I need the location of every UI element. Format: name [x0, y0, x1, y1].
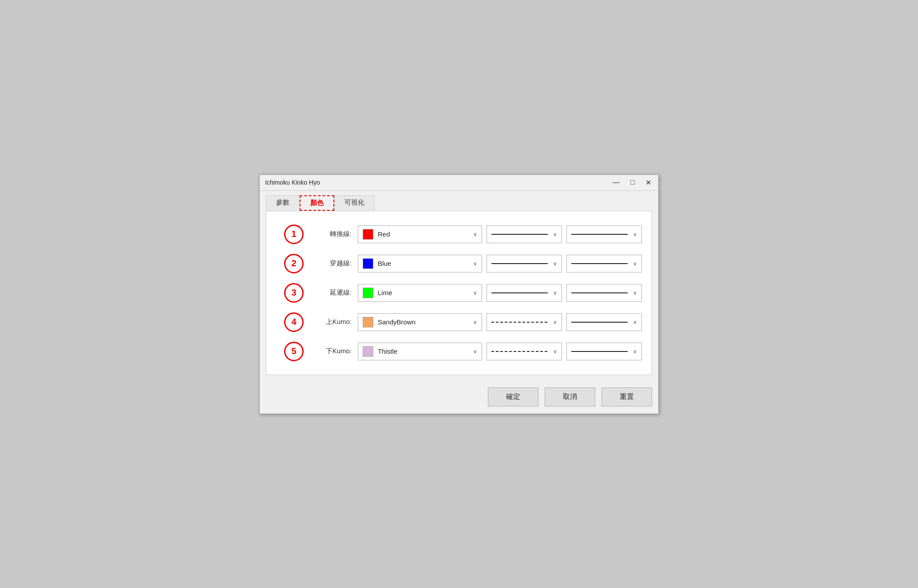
color-arrow-3: ∨	[473, 290, 477, 296]
circle-5: 5	[284, 342, 304, 361]
circle-4: 4	[284, 312, 304, 332]
line-width-5	[571, 351, 628, 352]
color-arrow-2: ∨	[473, 260, 477, 267]
cancel-button[interactable]: 取消	[545, 387, 595, 406]
style-arrow-2a: ∨	[553, 260, 557, 267]
style-arrow-2b: ∨	[633, 260, 637, 267]
row-4: 4 上Kumo: SandyBrown ∨ ∨ ∨	[284, 312, 634, 332]
tab-color[interactable]: 顏色	[300, 195, 334, 211]
line-solid-3	[491, 292, 548, 293]
color-name-3: Lime	[378, 289, 471, 296]
reset-button[interactable]: 重置	[601, 387, 652, 406]
color-swatch-1	[363, 229, 373, 240]
label-1: 轉換線:	[312, 230, 352, 238]
confirm-button[interactable]: 確定	[488, 387, 538, 406]
line-solid-2	[491, 263, 548, 264]
style-dropdown-2a[interactable]: ∨	[487, 255, 562, 272]
color-arrow-1: ∨	[473, 231, 477, 237]
style-arrow-3a: ∨	[553, 290, 557, 296]
line-width-1	[571, 234, 628, 235]
window-title: Ichimoku Kinko Hyo	[265, 179, 320, 186]
style-arrow-4b: ∨	[633, 319, 637, 325]
style-arrow-4a: ∨	[553, 319, 557, 325]
tab-bar: 參數 顏色 可視化	[260, 191, 658, 211]
close-button[interactable]: ✕	[644, 178, 653, 187]
row-3: 3 延遲線: Lime ∨ ∨ ∨	[284, 283, 634, 303]
style-dropdown-2b[interactable]: ∨	[566, 255, 642, 272]
maximize-button[interactable]: □	[629, 178, 637, 187]
line-solid-1	[491, 234, 548, 235]
line-width-4	[571, 322, 628, 323]
line-width-2	[571, 263, 628, 264]
style-dropdown-4b[interactable]: ∨	[566, 313, 642, 331]
style-dropdown-1b[interactable]: ∨	[566, 225, 642, 243]
style-arrow-3b: ∨	[633, 290, 637, 296]
color-dropdown-1[interactable]: Red ∨	[358, 225, 482, 243]
color-dropdown-2[interactable]: Blue ∨	[358, 255, 482, 272]
line-dashed-4	[491, 322, 548, 323]
style-arrow-1a: ∨	[553, 231, 557, 237]
label-4: 上Kumo:	[312, 318, 352, 326]
style-arrow-5b: ∨	[633, 348, 637, 355]
main-window: Ichimoku Kinko Hyo — □ ✕ 參數 顏色 可視化 1 轉換線…	[259, 174, 659, 414]
color-dropdown-5[interactable]: Thistle ∨	[358, 343, 482, 360]
color-name-1: Red	[378, 230, 471, 238]
label-2: 穿越線:	[312, 259, 352, 268]
circle-2: 2	[284, 254, 304, 273]
style-dropdown-1a[interactable]: ∨	[487, 225, 562, 243]
color-name-4: SandyBrown	[378, 318, 471, 326]
window-controls: — □ ✕	[611, 178, 653, 187]
circle-3: 3	[284, 283, 304, 303]
tab-visual[interactable]: 可視化	[334, 195, 375, 211]
style-dropdown-4a[interactable]: ∨	[487, 313, 562, 331]
color-arrow-4: ∨	[473, 319, 477, 325]
style-dropdown-5a[interactable]: ∨	[487, 343, 562, 360]
row-2: 2 穿越線: Blue ∨ ∨ ∨	[284, 254, 634, 273]
color-arrow-5: ∨	[473, 348, 477, 355]
color-swatch-5	[363, 346, 373, 357]
label-5: 下Kumo:	[312, 347, 352, 355]
style-dropdown-3a[interactable]: ∨	[487, 284, 562, 302]
minimize-button[interactable]: —	[611, 178, 621, 187]
circle-1: 1	[284, 225, 304, 244]
title-bar: Ichimoku Kinko Hyo — □ ✕	[260, 175, 658, 191]
bottom-bar: 確定 取消 重置	[260, 381, 658, 414]
line-width-3	[571, 292, 628, 293]
style-arrow-5a: ∨	[553, 348, 557, 355]
color-swatch-4	[363, 317, 373, 328]
style-arrow-1b: ∨	[633, 231, 637, 237]
color-dropdown-3[interactable]: Lime ∨	[358, 284, 482, 302]
row-5: 5 下Kumo: Thistle ∨ ∨ ∨	[284, 342, 634, 361]
color-swatch-3	[363, 288, 373, 298]
tab-params[interactable]: 參數	[266, 195, 300, 211]
style-dropdown-5b[interactable]: ∨	[566, 343, 642, 360]
color-name-5: Thistle	[378, 347, 471, 355]
color-name-2: Blue	[378, 260, 471, 267]
color-swatch-2	[363, 258, 373, 269]
line-dashed-5	[491, 351, 548, 352]
content-area: 1 轉換線: Red ∨ ∨ ∨ 2 穿越線: Blue ∨	[266, 211, 652, 375]
row-1: 1 轉換線: Red ∨ ∨ ∨	[284, 225, 634, 244]
style-dropdown-3b[interactable]: ∨	[566, 284, 642, 302]
color-dropdown-4[interactable]: SandyBrown ∨	[358, 313, 482, 331]
label-3: 延遲線:	[312, 288, 352, 297]
